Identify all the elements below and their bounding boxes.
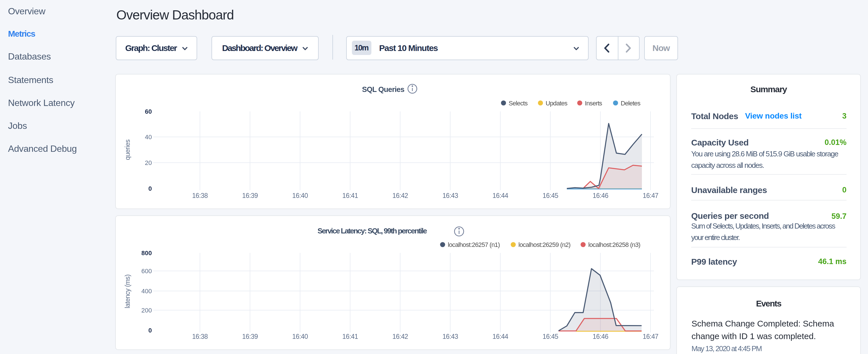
svg-text:16:40: 16:40	[292, 332, 308, 340]
svg-text:16:45: 16:45	[542, 332, 558, 340]
svg-text:16:42: 16:42	[392, 332, 408, 340]
svg-text:Service Latency: SQL, 99th per: Service Latency: SQL, 99th percentile	[317, 226, 427, 235]
svg-text:16:38: 16:38	[192, 332, 208, 340]
svg-text:16:46: 16:46	[593, 332, 608, 340]
svg-text:Selects: Selects	[509, 100, 528, 107]
svg-text:16:44: 16:44	[493, 192, 508, 199]
svg-text:60: 60	[145, 108, 152, 115]
svg-text:16:46: 16:46	[593, 192, 608, 199]
svg-text:16:47: 16:47	[643, 192, 658, 199]
svg-text:16:43: 16:43	[442, 332, 458, 340]
svg-text:20: 20	[145, 159, 152, 166]
svg-text:0: 0	[149, 185, 152, 192]
svg-text:16:39: 16:39	[242, 192, 258, 199]
svg-text:16:44: 16:44	[493, 332, 508, 340]
svg-text:0: 0	[149, 326, 152, 334]
svg-text:Updates: Updates	[546, 100, 568, 107]
svg-text:200: 200	[141, 307, 152, 314]
svg-text:16:41: 16:41	[342, 192, 358, 199]
svg-text:Inserts: Inserts	[585, 100, 602, 107]
svg-text:queries: queries	[124, 139, 131, 160]
svg-text:SQL Queries: SQL Queries	[362, 85, 404, 94]
svg-text:16:40: 16:40	[292, 192, 308, 199]
svg-text:16:38: 16:38	[192, 192, 208, 199]
svg-text:600: 600	[141, 267, 152, 275]
svg-text:16:39: 16:39	[242, 332, 258, 340]
svg-text:16:47: 16:47	[643, 332, 658, 340]
svg-text:16:45: 16:45	[542, 192, 558, 199]
svg-text:latency (ms): latency (ms)	[124, 274, 131, 308]
svg-text:16:42: 16:42	[392, 192, 408, 199]
svg-text:Deletes: Deletes	[621, 100, 641, 107]
svg-text:localhost:26259 (n2): localhost:26259 (n2)	[518, 241, 570, 248]
svg-text:16:41: 16:41	[342, 332, 358, 340]
svg-text:40: 40	[145, 133, 152, 141]
svg-text:16:43: 16:43	[442, 192, 458, 199]
svg-text:localhost:26258 (n3): localhost:26258 (n3)	[588, 241, 640, 248]
svg-text:400: 400	[141, 287, 152, 294]
svg-text:800: 800	[141, 249, 152, 256]
svg-text:localhost:26257 (n1): localhost:26257 (n1)	[448, 241, 500, 248]
